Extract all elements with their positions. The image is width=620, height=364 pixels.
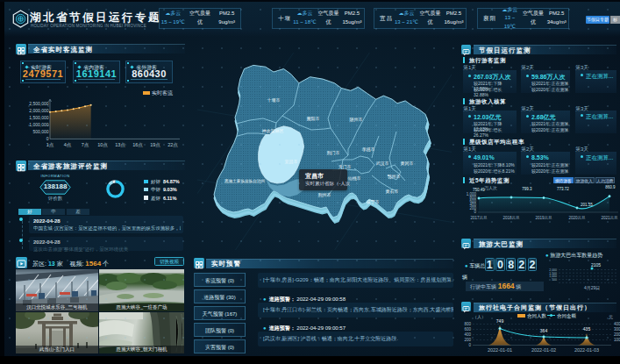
svg-text:神农架林区: 神农架林区 xyxy=(262,128,284,133)
svg-text:2022-01-01: 2022-01-01 xyxy=(488,347,512,353)
svg-text:十堰市: 十堰市 xyxy=(267,97,281,103)
svg-text:201.55: 201.55 xyxy=(581,203,593,207)
svg-text:22点: 22点 xyxy=(167,142,178,147)
svg-text:襄阳市: 襄阳市 xyxy=(307,116,320,122)
svg-text:435: 435 xyxy=(583,326,591,332)
svg-text:武汉市: 武汉市 xyxy=(376,161,389,167)
svg-text:黄石市: 黄石市 xyxy=(386,189,399,195)
svg-text:200: 200 xyxy=(614,332,620,337)
svg-text:0: 0 xyxy=(468,343,471,347)
svg-text:宜昌市: 宜昌市 xyxy=(285,159,298,165)
svg-text:荆州市: 荆州市 xyxy=(318,192,331,197)
svg-text:600: 600 xyxy=(464,327,471,332)
svg-text:749: 749 xyxy=(496,318,504,324)
svg-text:500: 500 xyxy=(552,278,557,282)
svg-text:1点: 1点 xyxy=(46,142,54,147)
svg-text:773.72: 773.72 xyxy=(557,187,569,191)
svg-text:400: 400 xyxy=(614,322,620,326)
svg-text:16点: 16点 xyxy=(132,142,143,147)
svg-text:750.49: 750.49 xyxy=(473,188,485,192)
svg-text:7点: 7点 xyxy=(82,142,89,147)
svg-text:2018元旦: 2018元旦 xyxy=(502,215,520,220)
svg-text:咸宁市: 咸宁市 xyxy=(367,199,380,204)
svg-text:2,000,000: 2,000,000 xyxy=(29,108,48,113)
svg-text:鄂州市: 鄂州市 xyxy=(388,174,401,180)
svg-text:800: 800 xyxy=(464,322,471,326)
svg-text:2019元旦: 2019元旦 xyxy=(535,215,552,220)
svg-text:400: 400 xyxy=(464,332,471,337)
svg-text:10点: 10点 xyxy=(97,142,108,147)
svg-text:恩施土家族苗族自治州: 恩施土家族苗族自治州 xyxy=(224,179,265,183)
svg-text:2020元旦: 2020元旦 xyxy=(568,215,586,220)
svg-text:随州市: 随州市 xyxy=(350,117,363,123)
svg-text:2105: 2105 xyxy=(591,262,601,268)
svg-text:860.9: 860.9 xyxy=(605,185,616,189)
svg-text:4点: 4点 xyxy=(64,142,72,147)
svg-text:4月29日: 4月29日 xyxy=(584,285,600,291)
svg-text:799.3: 799.3 xyxy=(522,187,532,191)
svg-text:300: 300 xyxy=(614,327,620,332)
svg-text:万人次: 万人次 xyxy=(484,185,497,190)
svg-text:0: 0 xyxy=(46,136,49,141)
svg-text:100: 100 xyxy=(614,338,620,342)
svg-text:364: 364 xyxy=(540,328,548,333)
svg-text:1,500,000: 1,500,000 xyxy=(29,115,48,120)
svg-text:13点: 13点 xyxy=(115,142,125,147)
svg-text:2022-01-03: 2022-01-03 xyxy=(574,347,599,353)
svg-text:1,000,000: 1,000,000 xyxy=(29,122,48,127)
svg-text:2022-01-02: 2022-01-02 xyxy=(531,347,556,353)
svg-text:200: 200 xyxy=(464,338,471,342)
svg-text:0: 0 xyxy=(474,210,476,214)
svg-text:2,500,000: 2,500,000 xyxy=(29,101,48,106)
svg-text:2017元旦: 2017元旦 xyxy=(470,215,488,220)
svg-text:500,000: 500,000 xyxy=(32,129,48,134)
svg-text:荆门市: 荆门市 xyxy=(327,150,340,155)
svg-text:孝感市: 孝感市 xyxy=(362,146,375,152)
svg-text:2021元旦: 2021元旦 xyxy=(601,215,618,220)
svg-text:黄冈市: 黄冈市 xyxy=(401,161,414,166)
svg-text:19点: 19点 xyxy=(150,142,160,147)
